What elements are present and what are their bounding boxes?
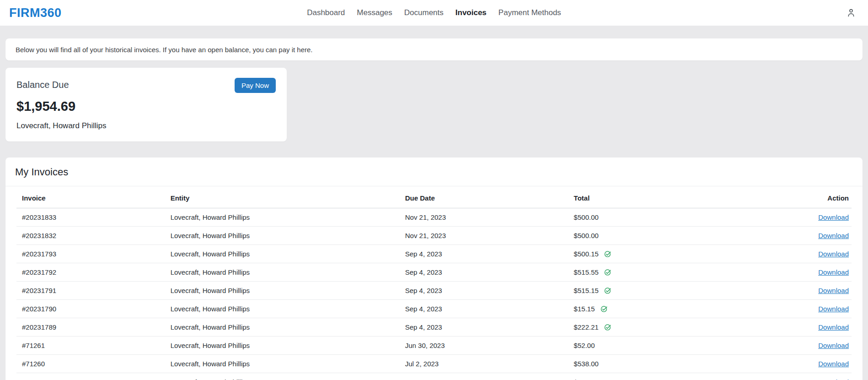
balance-card: Balance Due Pay Now $1,954.69 Lovecraft,…: [5, 68, 287, 141]
brand-logo[interactable]: FIRM360: [9, 6, 62, 20]
total-cell: $500.00: [570, 208, 760, 227]
entity-cell: Lovecraft, Howard Phillips: [167, 245, 402, 263]
download-link[interactable]: Download: [818, 268, 849, 276]
balance-amount: $1,954.69: [16, 99, 276, 114]
invoice-row: #71259Lovecraft, Howard PhillipsJun 28, …: [16, 373, 852, 380]
due-date-cell: Sep 4, 2023: [402, 300, 570, 318]
download-link[interactable]: Download: [818, 287, 849, 294]
invoice-number-cell: #20231789: [16, 318, 167, 337]
entity-cell: Lovecraft, Howard Phillips: [167, 227, 402, 245]
invoice-number-cell: #20231832: [16, 227, 167, 245]
info-banner: Below you will find all of your historic…: [5, 38, 863, 60]
invoice-row: #20231792Lovecraft, Howard PhillipsSep 4…: [16, 263, 852, 282]
download-link[interactable]: Download: [818, 342, 849, 349]
total-cell: $515.15: [570, 282, 760, 300]
download-link[interactable]: Download: [818, 323, 849, 331]
entity-cell: Lovecraft, Howard Phillips: [167, 263, 402, 282]
invoices-table-wrapper: InvoiceEntityDue DateTotalAction #202318…: [5, 186, 863, 380]
invoice-number-cell: #20231792: [16, 263, 167, 282]
due-date-cell: Sep 4, 2023: [402, 263, 570, 282]
due-date-cell: Sep 4, 2023: [402, 282, 570, 300]
invoice-number-cell: #20231793: [16, 245, 167, 263]
due-date-cell: Jun 28, 2023: [402, 373, 570, 380]
nav-item-messages[interactable]: Messages: [352, 5, 396, 20]
paid-check-icon: [604, 287, 611, 294]
due-date-cell: Sep 4, 2023: [402, 245, 570, 263]
invoice-number-cell: #20231833: [16, 208, 167, 227]
page-content: Below you will find all of your historic…: [0, 26, 868, 380]
invoice-row: #71261Lovecraft, Howard PhillipsJun 30, …: [16, 337, 852, 355]
invoice-row: #20231793Lovecraft, Howard PhillipsSep 4…: [16, 245, 852, 263]
action-cell: Download: [760, 318, 852, 337]
due-date-cell: Jun 30, 2023: [402, 337, 570, 355]
nav-item-invoices[interactable]: Invoices: [451, 5, 491, 20]
action-cell: Download: [760, 245, 852, 263]
pay-now-button[interactable]: Pay Now: [235, 78, 276, 93]
column-header-total: Total: [570, 186, 760, 208]
entity-cell: Lovecraft, Howard Phillips: [167, 355, 402, 373]
invoices-card: My Invoices InvoiceEntityDue DateTotalAc…: [5, 157, 863, 380]
download-link[interactable]: Download: [818, 305, 849, 313]
paid-check-icon: [604, 323, 611, 331]
nav-item-dashboard[interactable]: Dashboard: [302, 5, 349, 20]
invoice-row: #20231832Lovecraft, Howard PhillipsNov 2…: [16, 227, 852, 245]
total-cell: $500.00: [570, 373, 760, 380]
action-cell: Download: [760, 208, 852, 227]
entity-cell: Lovecraft, Howard Phillips: [167, 300, 402, 318]
action-cell: Download: [760, 282, 852, 300]
invoice-number-cell: #20231790: [16, 300, 167, 318]
due-date-cell: Sep 4, 2023: [402, 318, 570, 337]
action-cell: Download: [760, 263, 852, 282]
balance-title: Balance Due: [16, 78, 69, 90]
action-cell: Download: [760, 373, 852, 380]
due-date-cell: Nov 21, 2023: [402, 227, 570, 245]
download-link[interactable]: Download: [818, 378, 849, 380]
column-header-due-date: Due Date: [402, 186, 570, 208]
download-link[interactable]: Download: [818, 213, 849, 221]
due-date-cell: Jul 2, 2023: [402, 355, 570, 373]
action-cell: Download: [760, 337, 852, 355]
entity-cell: Lovecraft, Howard Phillips: [167, 282, 402, 300]
total-cell: $500.00: [570, 227, 760, 245]
download-link[interactable]: Download: [818, 232, 849, 239]
nav-item-documents[interactable]: Documents: [400, 5, 448, 20]
invoice-row: #71260Lovecraft, Howard PhillipsJul 2, 2…: [16, 355, 852, 373]
total-cell: $52.00: [570, 337, 760, 355]
total-cell: $515.55: [570, 263, 760, 282]
column-header-action: Action: [760, 186, 852, 208]
total-cell: $222.21: [570, 318, 760, 337]
paid-check-icon: [604, 250, 611, 258]
invoice-number-cell: #71261: [16, 337, 167, 355]
download-link[interactable]: Download: [818, 250, 849, 258]
download-link[interactable]: Download: [818, 360, 849, 368]
due-date-cell: Nov 21, 2023: [402, 208, 570, 227]
balance-card-header: Balance Due Pay Now: [16, 78, 276, 93]
action-cell: Download: [760, 355, 852, 373]
invoice-row: #20231791Lovecraft, Howard PhillipsSep 4…: [16, 282, 852, 300]
info-banner-text: Below you will find all of your historic…: [16, 46, 313, 54]
invoices-table: InvoiceEntityDue DateTotalAction #202318…: [16, 186, 852, 380]
paid-check-icon: [604, 268, 611, 276]
invoice-row: #20231790Lovecraft, Howard PhillipsSep 4…: [16, 300, 852, 318]
person-icon: [846, 8, 856, 18]
nav-item-payment-methods[interactable]: Payment Methods: [494, 5, 566, 20]
entity-cell: Lovecraft, Howard Phillips: [167, 208, 402, 227]
column-header-entity: Entity: [167, 186, 402, 208]
invoice-number-cell: #71260: [16, 355, 167, 373]
main-nav: DashboardMessagesDocumentsInvoicesPaymen…: [302, 0, 566, 26]
top-navbar: FIRM360 DashboardMessagesDocumentsInvoic…: [0, 0, 868, 26]
action-cell: Download: [760, 227, 852, 245]
entity-cell: Lovecraft, Howard Phillips: [167, 337, 402, 355]
action-cell: Download: [760, 300, 852, 318]
column-header-invoice: Invoice: [16, 186, 167, 208]
invoices-table-header-row: InvoiceEntityDue DateTotalAction: [16, 186, 852, 208]
invoice-number-cell: #20231791: [16, 282, 167, 300]
user-account-button[interactable]: [843, 5, 859, 21]
invoice-number-cell: #71259: [16, 373, 167, 380]
invoices-title: My Invoices: [5, 157, 863, 186]
entity-cell: Lovecraft, Howard Phillips: [167, 373, 402, 380]
balance-entity: Lovecraft, Howard Phillips: [16, 121, 276, 130]
invoice-row: #20231789Lovecraft, Howard PhillipsSep 4…: [16, 318, 852, 337]
paid-check-icon: [600, 305, 608, 313]
entity-cell: Lovecraft, Howard Phillips: [167, 318, 402, 337]
